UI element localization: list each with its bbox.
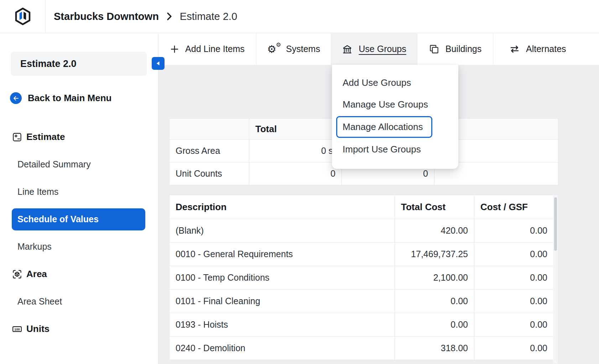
sidebar-section-units: 100 Units: [0, 315, 158, 343]
sov-row-cost-gsf: 0.00: [474, 266, 553, 289]
sidebar: Estimate 2.0 Back to Main Menu Estimate …: [0, 33, 158, 364]
area-cube-icon: [12, 269, 22, 280]
systems-label: Systems: [286, 44, 320, 54]
svg-text:100: 100: [14, 327, 20, 331]
sov-row-description[interactable]: (Blank): [170, 219, 395, 242]
sov-row-cost-gsf: 0.00: [474, 242, 553, 266]
sidebar-section-estimate: Estimate: [0, 123, 158, 151]
buildings-button[interactable]: Buildings: [417, 33, 493, 65]
add-line-items-button[interactable]: Add Line Items: [158, 33, 256, 65]
menu-item-manage-allocations[interactable]: Manage Allocations: [336, 116, 432, 138]
sidebar-nav: Estimate Detailed Summary Line Items Sch…: [0, 123, 158, 343]
summary-cell-unit-counts-total: 0: [249, 162, 342, 185]
sidebar-item-line-items[interactable]: Line Items: [0, 187, 58, 197]
sov-row-description[interactable]: 0193 - Hoists: [170, 313, 395, 336]
main-content: Add Line Items ⚙⚙ Systems Use Groups Bui…: [158, 33, 599, 364]
sidebar-item-markups[interactable]: Markups: [0, 241, 52, 252]
sov-header-cost-gsf: Cost / GSF: [474, 195, 553, 219]
hexagon-logo-icon: [14, 7, 32, 26]
sov-row-description[interactable]: 0100 - Temp Conditions: [170, 266, 395, 289]
top-bar: Starbucks Downtown Estimate 2.0: [0, 0, 599, 33]
estimate-icon: [12, 132, 22, 142]
vertical-scrollbar[interactable]: [553, 195, 558, 364]
menu-item-add-use-groups[interactable]: Add Use Groups: [332, 72, 458, 94]
sov-row-total-cost: 0.00: [395, 313, 474, 336]
scrollbar-thumb[interactable]: [554, 197, 557, 251]
sidebar-item-area-sheet[interactable]: Area Sheet: [0, 296, 62, 307]
gears-icon: ⚙⚙: [267, 43, 280, 56]
sov-row-total-cost: 17,469,737.25: [395, 242, 474, 266]
sov-row-total-cost: 420.00: [395, 219, 474, 242]
buildings-label: Buildings: [446, 44, 481, 54]
alternates-label: Alternates: [526, 44, 566, 54]
sov-row-total-cost: 0.00: [395, 289, 474, 313]
use-groups-building-icon: [342, 44, 353, 54]
sov-row-cost-gsf: 0.00: [474, 219, 553, 242]
sov-row-description[interactable]: 0101 - Final Cleaning: [170, 289, 395, 313]
back-to-main-menu-label: Back to Main Menu: [28, 93, 111, 104]
sov-row-cost-gsf: 0.00: [474, 313, 553, 336]
sov-row-cost-gsf: 0.00: [474, 289, 553, 313]
sidebar-section-label: Units: [26, 323, 50, 334]
sov-header-description: Description: [170, 195, 395, 219]
sov-row-total-cost: 2,100.00: [395, 266, 474, 289]
summary-cell-gross-area-total: 0 sf: [249, 139, 342, 162]
summary-header-blank: [170, 119, 249, 139]
menu-item-manage-use-groups[interactable]: Manage Use Groups: [332, 94, 458, 115]
sov-row-cost-gsf: 0.00: [474, 336, 553, 360]
breadcrumb: Starbucks Downtown Estimate 2.0: [46, 0, 237, 33]
sidebar-section-area: Area: [0, 260, 158, 288]
summary-row-label: Gross Area: [170, 139, 249, 162]
use-groups-menu: Add Use Groups Manage Use Groups Manage …: [332, 65, 458, 169]
chevron-right-icon: [166, 12, 172, 21]
sov-row-description[interactable]: 0010 - General Requirements: [170, 242, 395, 266]
swap-arrows-icon: [509, 44, 520, 54]
back-to-main-menu[interactable]: Back to Main Menu: [10, 92, 158, 104]
sidebar-section-label: Estimate: [26, 131, 65, 142]
alternates-button[interactable]: Alternates: [493, 33, 599, 65]
breadcrumb-page: Estimate 2.0: [180, 11, 237, 22]
summary-row-label: Unit Counts: [170, 162, 249, 185]
buildings-icon: [429, 44, 439, 54]
use-groups-button[interactable]: Use Groups: [331, 33, 417, 65]
menu-item-import-use-groups[interactable]: Import Use Groups: [332, 139, 458, 160]
systems-button[interactable]: ⚙⚙ Systems: [256, 33, 331, 65]
estimate-toolbar: Add Line Items ⚙⚙ Systems Use Groups Bui…: [158, 33, 599, 65]
sidebar-item-detailed-summary[interactable]: Detailed Summary: [0, 159, 91, 170]
schedule-of-values-table: Description Total Cost Cost / GSF (Blank…: [169, 195, 553, 360]
sov-header-total-cost: Total Cost: [395, 195, 474, 219]
sidebar-section-label: Area: [26, 269, 47, 280]
sov-row-description[interactable]: 0240 - Demolition: [170, 336, 395, 360]
triangle-left-icon: [155, 61, 161, 66]
sov-row-total-cost: 318.00: [395, 336, 474, 360]
app-logo[interactable]: [0, 0, 46, 33]
plus-icon: [170, 45, 179, 54]
sidebar-estimate-title: Estimate 2.0: [11, 52, 147, 76]
back-arrow-icon: [10, 92, 22, 104]
summary-header-total: Total: [249, 119, 342, 139]
breadcrumb-project[interactable]: Starbucks Downtown: [54, 11, 159, 22]
add-line-items-label: Add Line Items: [185, 44, 245, 54]
sidebar-collapse-button[interactable]: [152, 57, 165, 70]
units-100-icon: 100: [12, 324, 22, 334]
sidebar-item-schedule-of-values[interactable]: Schedule of Values: [12, 208, 145, 230]
use-groups-label: Use Groups: [359, 44, 406, 54]
